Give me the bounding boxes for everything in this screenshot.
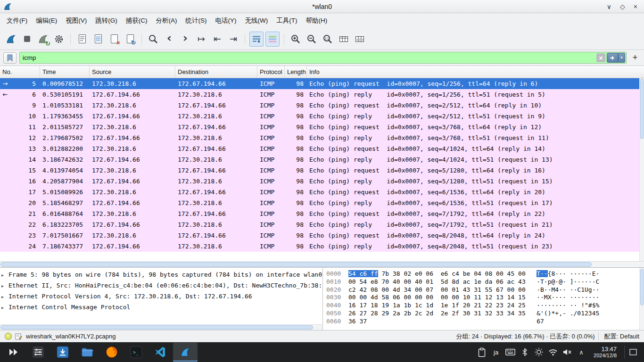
menu-telephony[interactable]: 电话(Y): [211, 14, 241, 28]
hex-byte[interactable]: 00: [415, 286, 422, 293]
close-file-button[interactable]: ×: [107, 32, 121, 47]
restart-capture-button[interactable]: ↻: [36, 32, 50, 47]
go-to-packet-button[interactable]: ↦: [194, 32, 208, 47]
expander-icon[interactable]: ▸: [1, 280, 8, 291]
capture-comment-icon[interactable]: [15, 333, 23, 340]
hex-byte[interactable]: 15: [518, 294, 526, 301]
hex-byte[interactable]: 1b: [404, 302, 411, 309]
detail-line[interactable]: ▸Ethernet II, Src: HonHaiPrecis_c4:be:04…: [0, 280, 322, 291]
menu-file[interactable]: 文件(F): [2, 14, 32, 28]
hex-ascii-char[interactable]: ·: [559, 302, 562, 309]
hex-byte[interactable]: 2c: [415, 310, 422, 317]
hex-ascii-char[interactable]: ,: [559, 310, 562, 317]
hex-byte[interactable]: 08: [485, 270, 493, 277]
hex-ascii-char[interactable]: ·: [540, 294, 544, 301]
hex-byte[interactable]: 13: [496, 294, 504, 301]
hex-row[interactable]: 0020 c2 42 08 00 4d 34 00 07 00 01 43 31…: [326, 286, 644, 294]
hex-ascii-char[interactable]: ·: [588, 278, 592, 285]
first-packet-button[interactable]: ⇤: [210, 32, 224, 47]
hex-ascii-char[interactable]: X: [548, 294, 552, 301]
column-header-source[interactable]: Source: [90, 66, 175, 78]
menu-analyze[interactable]: 分析(A): [152, 14, 182, 28]
tray-input-method[interactable]: ja: [491, 346, 501, 358]
hex-ascii-char[interactable]: ·: [577, 294, 581, 301]
hex-row[interactable]: 0040 16 17 18 19 1a 1b 1c 1d 1e 1f 20 21…: [326, 302, 644, 310]
find-packet-button[interactable]: [146, 32, 160, 47]
scrollbar-handle[interactable]: [640, 269, 644, 305]
packet-row[interactable]: ←60.530105191172.67.194.66172.30.218.6IC…: [0, 89, 644, 100]
hex-byte[interactable]: 31: [474, 286, 481, 293]
hex-ascii-char[interactable]: ·: [559, 294, 562, 301]
hex-byte[interactable]: 7b: [381, 270, 389, 277]
hex-ascii-char[interactable]: ·: [577, 278, 581, 285]
scrollbar-handle[interactable]: [640, 79, 644, 139]
hex-ascii-char[interactable]: ·: [555, 278, 559, 285]
hex-ascii-char[interactable]: ': [540, 310, 544, 317]
hex-byte[interactable]: 34: [507, 310, 515, 317]
menu-capture[interactable]: 捕获(C): [122, 14, 152, 28]
hex-byte[interactable]: ac: [507, 278, 515, 285]
hex-byte[interactable]: 19: [381, 302, 389, 309]
hex-byte[interactable]: 2f: [452, 310, 459, 317]
hex-byte[interactable]: ac: [463, 278, 471, 285]
taskbar-wireshark[interactable]: [173, 343, 198, 362]
hex-byte[interactable]: 01: [452, 286, 459, 293]
hex-byte[interactable]: [474, 318, 481, 325]
detail-line[interactable]: ▸Frame 5: 98 bytes on wire (784 bits), 9…: [0, 269, 322, 280]
hex-byte[interactable]: 22: [485, 302, 493, 309]
hex-byte[interactable]: [404, 318, 411, 325]
hex-ascii-char[interactable]: [577, 318, 581, 325]
hex-byte[interactable]: 00: [404, 278, 411, 285]
hex-byte[interactable]: 26: [348, 310, 356, 317]
zoom-in-button[interactable]: [289, 32, 303, 47]
hex-row[interactable]: 0050 26 27 28 29 2a 2b 2c 2d 2e 2f 30 31…: [326, 310, 644, 318]
hex-byte[interactable]: 8d: [452, 278, 459, 285]
hex-ascii-char[interactable]: 5: [595, 310, 599, 317]
hex-ascii-char[interactable]: [595, 318, 599, 325]
hex-ascii-char[interactable]: M: [544, 294, 548, 301]
hex-byte[interactable]: 00: [507, 286, 515, 293]
hex-byte[interactable]: 54: [348, 270, 356, 277]
hex-ascii-char[interactable]: ·: [588, 270, 592, 277]
hex-ascii-char[interactable]: p: [548, 278, 552, 285]
save-file-button[interactable]: [91, 32, 105, 47]
hex-byte[interactable]: 14: [507, 294, 515, 301]
taskbar-mixer[interactable]: [26, 343, 50, 362]
hex-ascii-char[interactable]: 0: [577, 310, 581, 317]
column-header-protocol[interactable]: Protocol: [257, 66, 285, 78]
stop-capture-button[interactable]: [20, 32, 34, 47]
start-capture-button[interactable]: [4, 32, 18, 47]
hex-byte[interactable]: 20: [463, 302, 471, 309]
filter-dropdown-button[interactable]: ▼: [618, 53, 625, 63]
hex-byte[interactable]: 17: [359, 302, 367, 309]
hex-byte[interactable]: c2: [348, 286, 356, 293]
scrollbar-handle[interactable]: [0, 325, 313, 329]
packet-list-hscrollbar[interactable]: [0, 261, 644, 267]
hex-byte[interactable]: 1d: [426, 302, 433, 309]
taskbar-firefox[interactable]: [99, 343, 124, 362]
scrollbar-handle[interactable]: [0, 262, 592, 267]
hex-byte[interactable]: be: [463, 270, 471, 277]
packet-row[interactable]: 237.017501667172.30.218.6172.67.194.66IC…: [0, 230, 644, 241]
hex-ascii-char[interactable]: ·: [559, 270, 562, 277]
hex-byte[interactable]: 18: [371, 302, 378, 309]
hex-byte[interactable]: 21: [474, 302, 481, 309]
menu-statistics[interactable]: 统计(S): [182, 14, 211, 28]
column-header-destination[interactable]: Destination: [175, 66, 257, 78]
hex-ascii-char[interactable]: &: [537, 310, 540, 317]
hex-byte[interactable]: 00: [441, 286, 448, 293]
hex-ascii-char[interactable]: [555, 318, 559, 325]
hex-ascii-char[interactable]: ·: [555, 294, 559, 301]
packet-row[interactable]: 101.179363455172.67.194.66172.30.218.6IC…: [0, 111, 644, 122]
tray-keyboard[interactable]: [505, 346, 515, 358]
filter-input[interactable]: [23, 54, 596, 61]
shade-button[interactable]: ∨: [607, 3, 611, 10]
hex-byte[interactable]: 01: [426, 278, 433, 285]
hex-byte[interactable]: 00: [452, 294, 459, 301]
hex-ascii-char[interactable]: [562, 318, 566, 325]
hex-byte[interactable]: [507, 318, 515, 325]
hex-byte[interactable]: 00: [404, 294, 411, 301]
hex-byte[interactable]: 28: [371, 310, 378, 317]
hex-byte[interactable]: [518, 318, 526, 325]
hex-byte[interactable]: 38: [393, 270, 400, 277]
